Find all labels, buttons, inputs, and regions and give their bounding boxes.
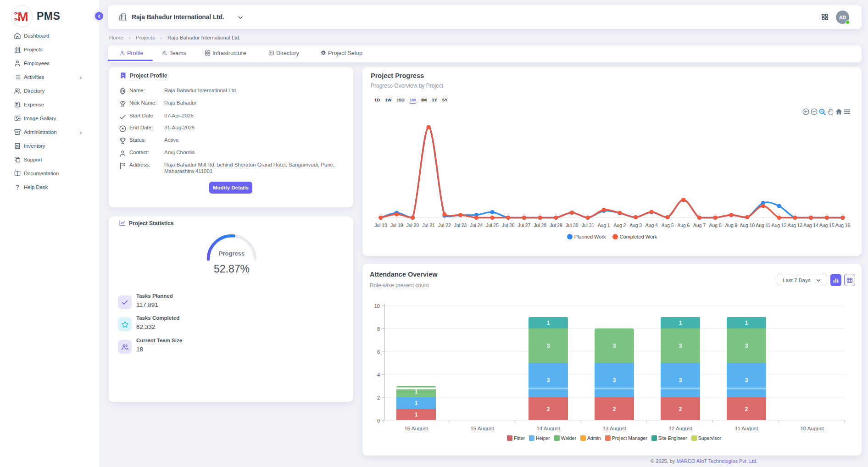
- svg-text:3: 3: [613, 343, 616, 349]
- svg-text:10 August: 10 August: [800, 426, 824, 431]
- svg-text:13 August: 13 August: [602, 426, 626, 431]
- svg-text:12 August: 12 August: [668, 426, 692, 431]
- svg-text:Aug 3: Aug 3: [629, 223, 642, 228]
- svg-text:8: 8: [377, 326, 380, 332]
- svg-text:6: 6: [377, 349, 380, 355]
- svg-text:3: 3: [679, 377, 682, 384]
- svg-text:Aug 1: Aug 1: [598, 223, 610, 228]
- svg-text:2: 2: [613, 406, 616, 412]
- svg-text:Aug 11: Aug 11: [756, 223, 770, 228]
- svg-text:0: 0: [377, 418, 380, 423]
- svg-text:16 August: 16 August: [404, 426, 428, 431]
- svg-text:Aug 8: Aug 8: [709, 223, 722, 228]
- svg-text:2: 2: [745, 406, 748, 412]
- svg-text:Aug 10: Aug 10: [740, 223, 755, 228]
- svg-text:2: 2: [547, 406, 550, 412]
- svg-text:1: 1: [679, 320, 682, 326]
- svg-text:Aug 16: Aug 16: [835, 223, 851, 228]
- svg-text:1: 1: [415, 411, 418, 418]
- svg-text:1: 1: [547, 320, 550, 326]
- svg-text:Jul 25: Jul 25: [486, 223, 499, 228]
- svg-text:2: 2: [679, 406, 682, 412]
- svg-text:Aug 5: Aug 5: [662, 223, 674, 228]
- svg-text:Jul 24: Jul 24: [470, 223, 483, 228]
- svg-text:Jul 21: Jul 21: [422, 223, 435, 228]
- svg-text:2: 2: [377, 395, 380, 400]
- svg-text:3: 3: [547, 377, 550, 384]
- svg-text:3: 3: [547, 343, 550, 349]
- svg-text:Aug 2: Aug 2: [613, 223, 626, 228]
- svg-text:3: 3: [613, 377, 616, 384]
- svg-text:Jul 31: Jul 31: [582, 223, 595, 228]
- svg-text:Aug 15: Aug 15: [819, 223, 835, 228]
- svg-text:10: 10: [374, 303, 380, 309]
- svg-text:14 August: 14 August: [536, 426, 560, 431]
- svg-text:4: 4: [377, 372, 380, 378]
- svg-text:Aug 6: Aug 6: [677, 223, 690, 228]
- svg-text:Aug 9: Aug 9: [725, 223, 737, 228]
- svg-text:Aug 4: Aug 4: [645, 223, 658, 228]
- svg-text:Jul 27: Jul 27: [518, 223, 531, 228]
- svg-text:Jul 18: Jul 18: [374, 223, 387, 228]
- svg-text:Jul 30: Jul 30: [566, 223, 579, 228]
- svg-text:Jul 29: Jul 29: [550, 223, 562, 228]
- svg-text:1: 1: [745, 320, 748, 326]
- svg-text:3: 3: [679, 343, 682, 349]
- svg-text:Jul 23: Jul 23: [454, 223, 467, 228]
- svg-text:Aug 12: Aug 12: [772, 223, 787, 228]
- svg-text:Jul 19: Jul 19: [390, 223, 403, 228]
- svg-text:Jul 20: Jul 20: [406, 223, 419, 228]
- svg-text:Aug 13: Aug 13: [787, 223, 802, 228]
- svg-text:Aug 14: Aug 14: [803, 223, 818, 228]
- svg-text:3: 3: [745, 377, 748, 384]
- svg-text:Jul 22: Jul 22: [438, 223, 451, 228]
- svg-text:1: 1: [415, 389, 418, 395]
- svg-text:Jul 26: Jul 26: [502, 223, 515, 228]
- svg-text:1: 1: [415, 400, 418, 406]
- svg-text:Jul 28: Jul 28: [534, 223, 546, 228]
- svg-text:15 August: 15 August: [470, 426, 494, 431]
- svg-text:3: 3: [745, 343, 748, 349]
- svg-text:11 August: 11 August: [735, 426, 758, 431]
- svg-text:Aug 7: Aug 7: [693, 223, 706, 228]
